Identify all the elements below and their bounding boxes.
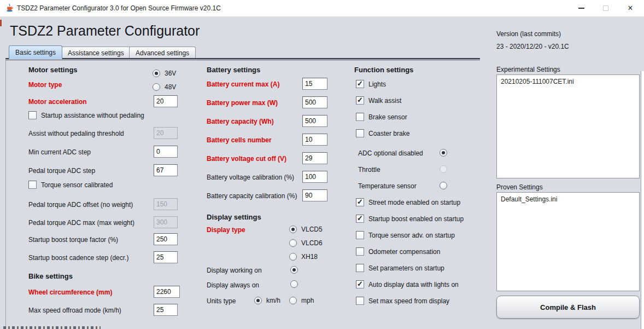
- display-type-vlcd5-radio[interactable]: VLCD5: [289, 226, 323, 233]
- radio-icon: [289, 239, 297, 247]
- display-working-on-label: Display working on: [207, 267, 262, 274]
- radio-icon: [290, 280, 298, 288]
- checkbox-label: Torque sensor adv. on startup: [368, 232, 455, 239]
- checkbox-icon: ✓: [356, 215, 364, 223]
- battery-cutoff-label: Battery voltage cut off (V): [207, 155, 286, 163]
- radio-icon: [440, 182, 447, 189]
- battery-current-max-input[interactable]: [302, 78, 327, 90]
- units-kmh-radio[interactable]: km/h: [254, 297, 280, 304]
- battery-capacity-cal-input[interactable]: [302, 189, 327, 201]
- battery-settings-header: Battery settings: [207, 66, 260, 74]
- list-item[interactable]: 20210205-111007CET.ini: [501, 77, 635, 86]
- battery-cutoff-input[interactable]: [302, 152, 327, 164]
- pedal-torque-offset-label: Pedal torque ADC offset (no weight): [28, 201, 133, 209]
- set-parameters-checkbox[interactable]: ✓ Set parameters on startup: [356, 264, 444, 272]
- close-button[interactable]: ×: [618, 0, 643, 16]
- units-mph-radio[interactable]: mph: [289, 297, 314, 304]
- clipped-left-artifact: [0, 20, 2, 26]
- set-max-speed-checkbox[interactable]: ✓ Set max speed from display: [356, 297, 449, 305]
- motor-acceleration-input[interactable]: [154, 95, 178, 107]
- checkbox-icon: ✓: [356, 80, 364, 88]
- adc-optional-disabled-label: ADC optional disabled: [358, 149, 423, 157]
- torque-sensor-calibrated-checkbox[interactable]: ✓ Torque sensor calibrated: [28, 181, 113, 189]
- motor-type-48v-radio[interactable]: 48V: [153, 83, 176, 91]
- minimize-icon: [578, 8, 584, 9]
- compile-flash-button[interactable]: Compile & Flash: [496, 296, 640, 319]
- version-label: Version (last commits): [496, 30, 561, 38]
- checkbox-label: Startup boost enabled on startup: [368, 215, 464, 223]
- boost-cadence-step-input[interactable]: [154, 251, 178, 263]
- tab-basic-settings[interactable]: Basic settings: [9, 45, 62, 59]
- battery-power-max-input[interactable]: [302, 96, 327, 108]
- checkbox-icon: ✓: [28, 111, 37, 119]
- checkbox-label: Coaster brake: [368, 130, 409, 137]
- minimize-button[interactable]: [569, 0, 594, 16]
- display-type-vlcd6-radio[interactable]: VLCD6: [289, 239, 323, 247]
- battery-current-max-label: Battery current max (A): [207, 80, 279, 88]
- checkbox-icon: ✓: [356, 96, 364, 105]
- motor-type-36v-radio[interactable]: 36V: [153, 70, 176, 77]
- checkbox-icon: ✓: [356, 297, 364, 305]
- assist-threshold-label: Assist without pedaling threshold: [28, 130, 124, 137]
- proven-settings-list[interactable]: Default_Settings.ini: [496, 192, 640, 291]
- coaster-brake-checkbox[interactable]: ✓ Coaster brake: [356, 129, 409, 137]
- radio-icon: [289, 226, 297, 233]
- experimental-settings-list[interactable]: 20210205-111007CET.ini: [496, 74, 640, 178]
- checkbox-icon: ✓: [356, 113, 364, 121]
- tab-label: Basic settings: [15, 49, 56, 56]
- radio-icon: [153, 70, 160, 77]
- radio-icon: [440, 165, 447, 173]
- temperature-sensor-radio[interactable]: [440, 182, 447, 189]
- lights-checkbox[interactable]: ✓ Lights: [356, 80, 386, 88]
- odometer-compensation-checkbox[interactable]: ✓ Odometer compensation: [356, 247, 440, 256]
- startup-assistance-checkbox[interactable]: ✓ Startup assistance without pedaling: [28, 111, 144, 119]
- radio-label: 36V: [165, 70, 176, 77]
- bike-settings-header: Bike settings: [28, 272, 73, 280]
- list-item[interactable]: Default_Settings.ini: [501, 195, 635, 204]
- units-type-label: Units type: [207, 297, 236, 305]
- pedal-torque-step-input[interactable]: [154, 164, 178, 176]
- display-always-on-radio[interactable]: [290, 280, 298, 288]
- battery-voltage-cal-input[interactable]: [302, 171, 327, 183]
- titlebar: TSDZ2 Parameter Configurator 3.0 for Ope…: [0, 0, 644, 16]
- checkbox-label: Brake sensor: [368, 113, 407, 121]
- pedal-torque-offset-input: [154, 198, 178, 210]
- checkbox-icon: ✓: [28, 181, 37, 189]
- torque-adv-checkbox[interactable]: ✓ Torque sensor adv. on startup: [356, 231, 455, 239]
- tab-assistance-settings[interactable]: Assistance settings: [61, 47, 131, 59]
- display-working-on-radio[interactable]: [290, 266, 298, 274]
- boost-torque-factor-input[interactable]: [154, 233, 178, 245]
- clipped-right-window-edge: [641, 71, 644, 329]
- check-icon: ✓: [357, 198, 363, 205]
- version-value: 23 - 2020/12/20 - v20.1C: [496, 43, 569, 50]
- checkbox-label: Odometer compensation: [368, 248, 440, 256]
- battery-cells-input[interactable]: [302, 134, 327, 146]
- adc-optional-disabled-radio[interactable]: [440, 149, 447, 157]
- max-speed-offroad-input[interactable]: [154, 304, 178, 316]
- street-mode-checkbox[interactable]: ✓ Street mode enabled on startup: [356, 198, 460, 206]
- battery-capacity-input[interactable]: [302, 115, 327, 127]
- throttle-radio[interactable]: [440, 165, 447, 173]
- wheel-circumference-input[interactable]: [154, 286, 180, 298]
- max-speed-offroad-label: Max speed offroad mode (km/h): [28, 307, 121, 314]
- tab-advanced-settings[interactable]: Advanced settings: [129, 47, 196, 59]
- maximize-button[interactable]: [593, 0, 618, 16]
- min-current-adc-input[interactable]: [154, 146, 178, 158]
- display-type-xh18-radio[interactable]: XH18: [289, 253, 318, 261]
- radio-label: km/h: [266, 297, 280, 304]
- walk-assist-checkbox[interactable]: ✓ Walk assist: [356, 96, 401, 105]
- check-icon: ✓: [357, 96, 363, 103]
- radio-icon: [440, 149, 447, 157]
- checkbox-label: Auto display data with lights on: [368, 281, 459, 288]
- brake-sensor-checkbox[interactable]: ✓ Brake sensor: [356, 113, 407, 121]
- tab-panel-top-border: [5, 58, 480, 61]
- page-title: TSDZ2 Parameter Configurator: [10, 23, 200, 39]
- check-icon: ✓: [357, 80, 363, 87]
- maximize-icon: [603, 5, 608, 11]
- startup-boost-checkbox[interactable]: ✓ Startup boost enabled on startup: [356, 215, 464, 223]
- app-window: TSDZ2 Parameter Configurator 3.0 for Ope…: [0, 0, 644, 329]
- auto-display-data-checkbox[interactable]: ✓ Auto display data with lights on: [356, 280, 459, 288]
- display-settings-header: Display settings: [207, 213, 261, 221]
- checkbox-icon: ✓: [356, 198, 364, 206]
- boost-cadence-step-label: Startup boost cadence step (decr.): [28, 254, 128, 262]
